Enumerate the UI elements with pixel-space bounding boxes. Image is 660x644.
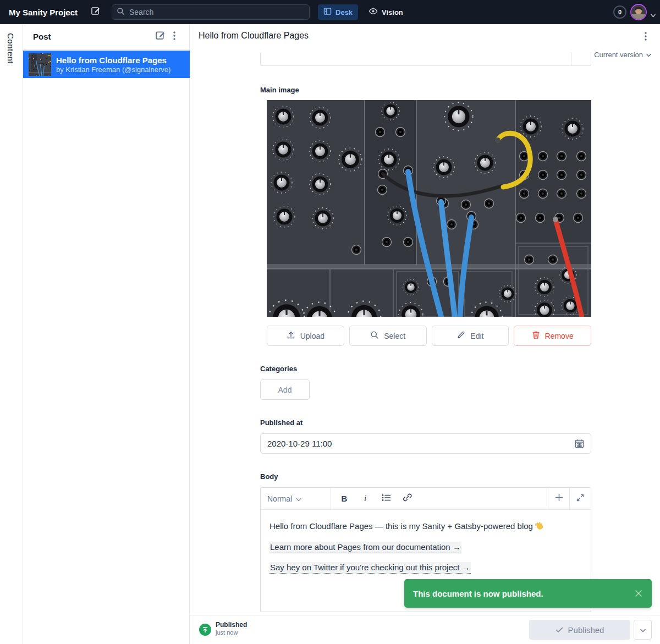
format-buttons: B i — [331, 488, 548, 509]
top-bar: My Sanity Project Desk Vision 0 — [0, 0, 660, 24]
categories-label: Categories — [260, 365, 297, 373]
toast-message: This document is now published. — [413, 589, 634, 598]
body-paragraph: Hello from Cloudflare Pages — this is my… — [270, 521, 582, 533]
publish-status-time: just now — [216, 629, 238, 636]
kebab-menu-icon — [173, 31, 175, 42]
editor-content[interactable]: Hello from Cloudflare Pages — this is my… — [261, 510, 591, 589]
document-list-pane: Post Hello from Cloudflare Pages by Kris… — [23, 24, 190, 644]
search-bar — [112, 4, 310, 20]
version-label: Current version — [594, 51, 643, 59]
slug-generate-divider — [571, 52, 571, 65]
sanity-studio: My Sanity Project Desk Vision 0 — [0, 0, 660, 644]
insert-block-button[interactable] — [548, 488, 569, 509]
list-item-post[interactable]: Hello from Cloudflare Pages by Kristian … — [23, 51, 190, 78]
tab-vision[interactable]: Vision — [363, 4, 409, 20]
kebab-menu-icon — [645, 32, 647, 43]
search-icon — [117, 7, 125, 18]
check-icon — [556, 625, 563, 635]
main-image-label: Main image — [260, 86, 299, 94]
publish-status-icon — [199, 624, 211, 636]
bold-button[interactable]: B — [337, 491, 352, 507]
post-texts: Hello from Cloudflare Pages by Kristian … — [56, 55, 170, 74]
fullscreen-button[interactable] — [569, 488, 591, 509]
select-label: Select — [384, 332, 405, 340]
compose-icon — [91, 6, 101, 18]
list-pane-header: Post — [23, 24, 189, 49]
image-actions: Upload Select Edit Remove — [267, 326, 591, 346]
published-at-field — [260, 433, 591, 454]
published-at-input[interactable] — [267, 439, 575, 448]
version-selector[interactable]: Current version — [594, 51, 651, 59]
chevron-down-icon — [296, 494, 324, 503]
document-footer: Published just now Published — [190, 615, 660, 644]
expand-icon — [576, 494, 584, 504]
publish-button-label: Published — [568, 625, 604, 635]
pencil-icon — [457, 331, 465, 341]
italic-button[interactable]: i — [358, 491, 373, 507]
document-menu-button[interactable] — [639, 31, 652, 44]
link-button[interactable] — [399, 491, 415, 507]
notification-badge[interactable]: 0 — [613, 5, 626, 19]
rail-content-tab[interactable]: Content — [6, 33, 15, 64]
bullet-list-icon — [382, 494, 391, 504]
style-select-value: Normal — [267, 494, 296, 503]
body-paragraph-text: Hello from Cloudflare Pages — this is my… — [270, 521, 533, 531]
select-button[interactable]: Select — [349, 326, 427, 346]
remove-label: Remove — [545, 332, 574, 340]
style-select[interactable]: Normal — [261, 488, 331, 509]
bullet-list-button[interactable] — [378, 491, 394, 507]
editor-toolbar: Normal B i — [261, 488, 591, 510]
publish-button[interactable]: Published — [529, 620, 630, 640]
edit-button[interactable]: Edit — [432, 326, 509, 346]
project-title: My Sanity Project — [9, 8, 78, 17]
avatar-caret-icon[interactable] — [651, 10, 656, 20]
upload-label: Upload — [300, 332, 324, 340]
remove-button[interactable]: Remove — [514, 326, 591, 346]
post-title: Hello from Cloudflare Pages — [56, 55, 170, 65]
plus-icon — [555, 493, 563, 504]
content-rail: Content — [0, 24, 23, 644]
wave-emoji-icon — [535, 521, 544, 533]
body-label: Body — [260, 472, 278, 481]
close-icon[interactable] — [634, 589, 643, 598]
publish-toast: This document is now published. — [404, 579, 652, 608]
list-pane-menu-button[interactable] — [167, 30, 182, 44]
edit-label: Edit — [470, 332, 483, 340]
trash-icon — [532, 331, 540, 341]
compose-icon — [155, 30, 166, 43]
tab-vision-label: Vision — [382, 8, 403, 16]
document-title: Hello from Cloudflare Pages — [199, 31, 309, 41]
slug-field-partial[interactable] — [260, 52, 591, 66]
eye-icon — [369, 7, 382, 17]
search-input[interactable] — [129, 8, 294, 16]
publish-status-label: Published — [216, 621, 247, 629]
calendar-icon[interactable] — [575, 439, 584, 448]
published-at-label: Published at — [260, 419, 302, 427]
chevron-down-icon — [646, 51, 651, 59]
body-link-docs[interactable]: Learn more about Pages from our document… — [270, 542, 461, 553]
search-icon — [370, 331, 379, 341]
tab-desk[interactable]: Desk — [318, 4, 358, 20]
upload-button[interactable]: Upload — [267, 326, 344, 346]
post-subtitle: by Kristian Freeman (@signalnerve) — [56, 65, 170, 74]
body-link-twitter[interactable]: Say hey on Twitter if you're checking ou… — [270, 562, 471, 574]
post-thumbnail — [29, 53, 51, 76]
list-pane-title: Post — [33, 32, 153, 41]
publish-menu-button[interactable] — [634, 620, 652, 640]
chevron-down-icon — [640, 625, 646, 635]
main-image-preview[interactable] — [267, 100, 591, 317]
add-category-button[interactable]: Add — [260, 379, 310, 400]
document-pane: Hello from Cloudflare Pages Current vers… — [190, 24, 660, 644]
tab-desk-label: Desk — [336, 8, 353, 16]
link-icon — [403, 493, 412, 504]
avatar[interactable] — [630, 4, 647, 20]
desk-icon — [323, 7, 336, 17]
new-document-button[interactable] — [90, 6, 102, 18]
create-post-button[interactable] — [153, 30, 167, 44]
upload-icon — [287, 331, 295, 341]
